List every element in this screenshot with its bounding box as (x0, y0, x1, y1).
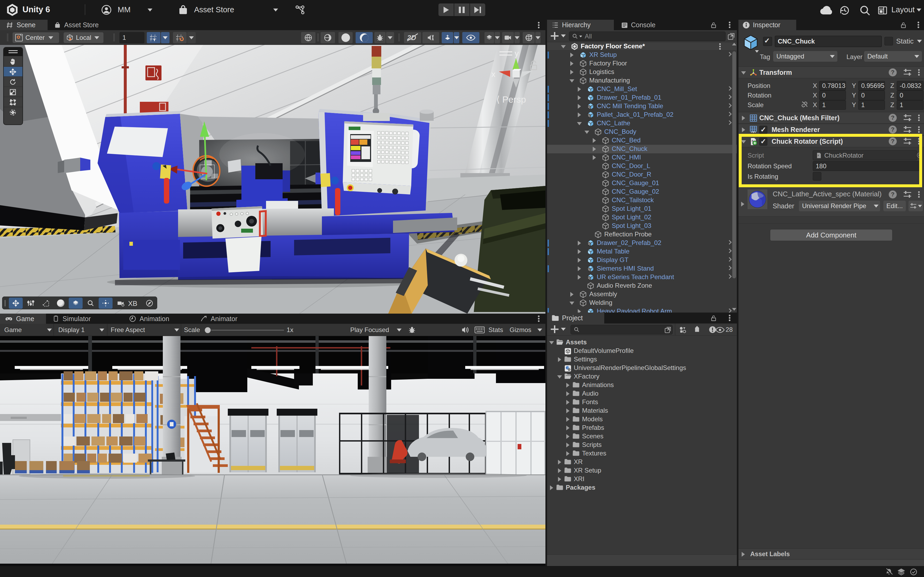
svg-text:⟨ Persp: ⟨ Persp (496, 94, 526, 105)
svg-text:Y: Y (153, 38, 156, 42)
svg-text:y: y (515, 49, 519, 58)
svg-text:x: x (491, 70, 496, 79)
svg-text:#: # (817, 154, 819, 157)
